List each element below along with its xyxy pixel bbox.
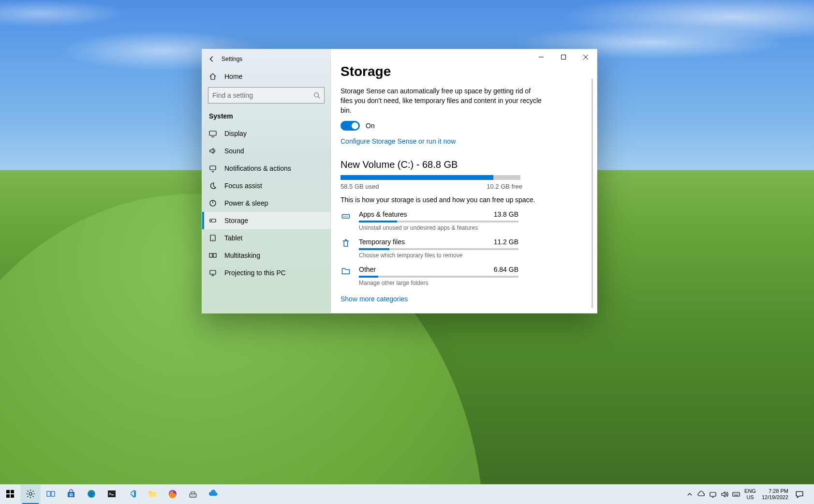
category-size: 13.8 GB <box>494 210 518 218</box>
toggle-state-label: On <box>366 122 375 130</box>
folder-icon <box>340 266 351 276</box>
nav-item-storage[interactable]: Storage <box>202 212 330 229</box>
nav-item-display[interactable]: Display <box>202 125 330 142</box>
usage-subdesc: This is how your storage is used and how… <box>340 196 583 204</box>
category-bar <box>359 276 518 278</box>
vscode-icon <box>127 489 137 500</box>
settings-sidebar: Settings Home Find a setting System Disp… <box>202 49 331 313</box>
tray-notifications[interactable] <box>792 490 807 499</box>
taskbar-explorer[interactable] <box>142 485 163 504</box>
firefox-icon <box>168 489 178 500</box>
category-bar <box>359 221 518 222</box>
arrow-left-icon <box>208 56 215 62</box>
nav-item-label: Focus assist <box>224 182 262 190</box>
search-icon <box>313 92 320 99</box>
category-trash[interactable]: Temporary files11.2 GBChoose which tempo… <box>340 238 583 259</box>
svg-point-0 <box>314 93 319 97</box>
explorer-icon <box>148 489 157 500</box>
nav-item-multitask[interactable]: Multitasking <box>202 247 330 264</box>
lang-line2: US <box>744 494 756 501</box>
svg-rect-25 <box>108 490 116 497</box>
taskbar-left <box>0 485 223 504</box>
taskbar-edge[interactable] <box>81 485 102 504</box>
nav-item-label: Display <box>224 130 247 137</box>
category-folder[interactable]: Other6.84 GBManage other large folders <box>340 266 583 286</box>
tray-overflow[interactable] <box>684 485 695 504</box>
nav-item-power[interactable]: Power & sleep <box>202 194 330 212</box>
svg-rect-23 <box>72 495 73 496</box>
disk-title: New Volume (C:) - 68.8 GB <box>340 159 583 170</box>
category-size: 11.2 GB <box>494 238 518 246</box>
taskbar-firefox[interactable] <box>163 485 183 504</box>
nav-item-label: Sound <box>224 147 244 155</box>
svg-rect-1 <box>209 131 216 135</box>
section-label: System <box>202 110 330 125</box>
taskbar-terminal[interactable] <box>102 485 122 504</box>
window-title: Settings <box>222 56 242 62</box>
nav-item-tablet[interactable]: Tablet <box>202 229 330 247</box>
tray-clock[interactable]: 7:28 PM 12/19/2022 <box>759 488 791 501</box>
category-apps[interactable]: Apps & features13.8 GBUninstall unused o… <box>340 210 583 231</box>
moon-icon <box>209 182 217 190</box>
storage-icon <box>209 217 217 224</box>
category-list: Apps & features13.8 GBUninstall unused o… <box>340 210 583 286</box>
settings-content-pane: Storage Storage Sense can automatically … <box>331 49 597 313</box>
content: Storage Storage Sense can automatically … <box>331 49 597 313</box>
notify-icon <box>209 164 217 172</box>
taskbar-task-view[interactable] <box>41 485 61 504</box>
taskbar-settings[interactable] <box>20 485 41 504</box>
back-button[interactable] <box>202 49 222 69</box>
search-input[interactable]: Find a setting <box>208 87 325 104</box>
tray-onedrive-icon[interactable] <box>696 485 707 504</box>
svg-rect-9 <box>210 270 216 274</box>
svg-rect-4 <box>210 219 216 222</box>
win-icon <box>5 489 15 500</box>
trash-icon <box>340 238 351 249</box>
nav-item-project[interactable]: Projecting to this PC <box>202 264 330 282</box>
taskbar: ENG US 7:28 PM 12/19/2022 <box>0 484 814 504</box>
nav-item-label: Power & sleep <box>224 199 268 207</box>
tablet-icon <box>209 234 217 242</box>
storage-sense-desc: Storage Sense can automatically free up … <box>340 86 544 115</box>
category-body: Apps & features13.8 GBUninstall unused o… <box>359 210 583 231</box>
taskbar-vscode[interactable] <box>122 485 142 504</box>
taskbar-store[interactable] <box>61 485 81 504</box>
store-icon <box>66 489 76 500</box>
settings-window: Settings Home Find a setting System Disp… <box>202 49 597 313</box>
edge-icon <box>87 489 96 500</box>
gear-icon <box>26 489 35 500</box>
taskbar-start[interactable] <box>0 485 20 504</box>
nav-item-label: Multitasking <box>224 252 260 259</box>
svg-rect-17 <box>47 491 50 496</box>
svg-rect-14 <box>6 494 10 498</box>
configure-link[interactable]: Configure Storage Sense or run it now <box>340 137 456 145</box>
svg-rect-15 <box>11 494 14 498</box>
terminal-icon <box>107 489 117 500</box>
taskbar-onedrive[interactable] <box>203 485 223 504</box>
disk-usage-labels: 58.5 GB used 10.2 GB free <box>340 183 522 190</box>
svg-rect-29 <box>710 492 716 496</box>
storage-sense-toggle[interactable] <box>340 121 360 131</box>
nav-item-sound[interactable]: Sound <box>202 142 330 160</box>
home-icon <box>209 73 217 80</box>
nav-item-moon[interactable]: Focus assist <box>202 177 330 194</box>
category-body: Temporary files11.2 GBChoose which tempo… <box>359 238 583 259</box>
tray-language[interactable]: ENG US <box>742 488 758 501</box>
home-button[interactable]: Home <box>202 69 330 84</box>
category-label: Other <box>359 266 376 273</box>
project-icon <box>209 269 217 277</box>
nav-item-notify[interactable]: Notifications & actions <box>202 160 330 177</box>
tray-network-icon[interactable] <box>708 485 718 504</box>
tray-volume-icon[interactable] <box>719 485 730 504</box>
show-more-link[interactable]: Show more categories <box>340 295 583 303</box>
desktop[interactable]: Settings Home Find a setting System Disp… <box>0 0 814 485</box>
svg-rect-26 <box>148 493 156 497</box>
tools-icon <box>188 489 198 500</box>
category-bar <box>359 248 518 250</box>
scrollbar[interactable] <box>592 78 593 308</box>
category-sub: Choose which temporary files to remove <box>359 252 583 259</box>
taskbar-tools[interactable] <box>183 485 203 504</box>
svg-rect-20 <box>70 493 71 495</box>
tray-keyboard-icon[interactable] <box>731 485 741 504</box>
disk-used-label: 58.5 GB used <box>340 183 379 190</box>
